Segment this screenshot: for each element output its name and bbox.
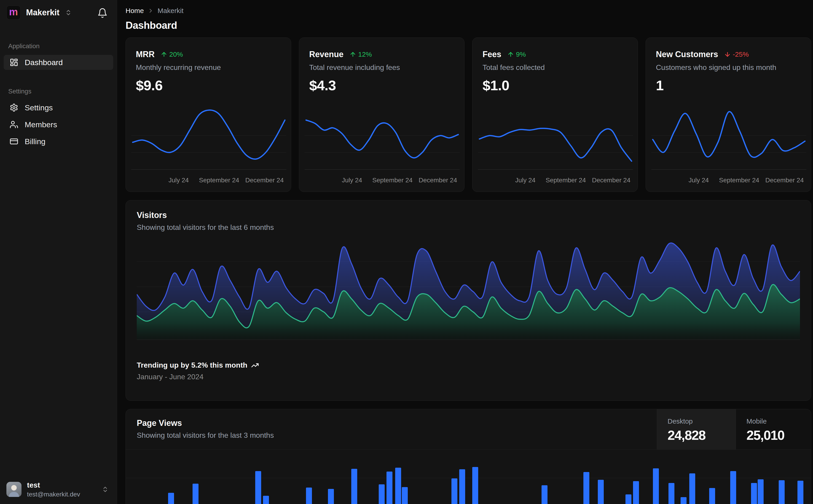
x-axis-labels: July 24 September 24 December 24 — [126, 177, 291, 184]
credit-card-icon — [10, 137, 18, 146]
tab-desktop[interactable]: Desktop 24,828 — [657, 409, 736, 449]
trending-up-icon — [251, 361, 259, 369]
stat-cards-row: MRR 20% Monthly recurring revenue $9.6 J… — [125, 37, 811, 192]
bar — [451, 478, 457, 504]
bar — [395, 468, 401, 504]
nav-section-application: Application — [8, 42, 109, 50]
trend-daterange: January - June 2024 — [137, 373, 800, 381]
team-name: Makerkit — [26, 8, 59, 17]
x-axis-labels: July 24 September 24 December 24 — [646, 177, 811, 184]
arrow-up-icon — [507, 51, 514, 58]
bar — [387, 472, 392, 504]
trend-text: Trending up by 5.2% this month — [137, 361, 248, 369]
bar — [328, 489, 334, 504]
stat-title: MRR — [136, 50, 154, 59]
bar — [797, 481, 803, 504]
tab-mobile[interactable]: Mobile 25,010 — [736, 409, 811, 449]
bars-area — [126, 450, 811, 504]
sidebar: m Makerkit Application Dashboard Setting… — [0, 0, 117, 504]
bar — [472, 467, 478, 504]
bar — [402, 487, 408, 504]
visitors-area-chart — [137, 240, 800, 343]
stat-description: Customers who signed up this month — [656, 63, 801, 72]
sidebar-item-members[interactable]: Members — [4, 117, 113, 132]
bar — [709, 488, 715, 504]
bar — [541, 485, 547, 504]
breadcrumb-home[interactable]: Home — [125, 7, 144, 15]
logo-letter: m — [9, 7, 18, 17]
bar — [758, 479, 764, 504]
user-name: test — [27, 481, 96, 489]
sidebar-item-billing[interactable]: Billing — [4, 134, 113, 149]
tab-label: Mobile — [747, 417, 811, 425]
chevron-right-icon — [147, 8, 154, 14]
arrow-down-icon — [724, 51, 731, 58]
bar — [626, 494, 632, 504]
stat-value: 1 — [656, 77, 801, 93]
visitors-subtitle: Showing total visitors for the last 6 mo… — [137, 223, 800, 232]
user-menu[interactable]: test test@makerkit.dev — [0, 475, 117, 504]
user-email: test@makerkit.dev — [27, 491, 96, 498]
page-views-header: Page Views Showing total visitors for th… — [126, 409, 811, 450]
x-axis-labels: July 24 September 24 December 24 — [299, 177, 464, 184]
stat-title: New Customers — [656, 50, 718, 59]
trend-badge: 20% — [160, 50, 183, 58]
stat-card-mrr: MRR 20% Monthly recurring revenue $9.6 J… — [125, 37, 291, 192]
stat-value: $9.6 — [136, 77, 281, 93]
stat-card-revenue: Revenue 12% Total revenue including fees… — [299, 37, 464, 192]
page-views-title: Page Views — [137, 418, 274, 428]
sidebar-item-label: Settings — [25, 103, 53, 112]
bar — [459, 469, 465, 504]
users-icon — [10, 120, 18, 129]
sparkline-chart — [478, 106, 633, 170]
sparkline-chart — [651, 106, 806, 170]
bar — [255, 471, 261, 504]
sidebar-item-dashboard[interactable]: Dashboard — [4, 55, 113, 70]
bar — [598, 480, 604, 504]
layout-dashboard-icon — [10, 58, 18, 67]
bar — [689, 473, 695, 504]
stat-value: $4.3 — [309, 77, 454, 93]
tab-label: Desktop — [668, 417, 736, 425]
bar — [168, 493, 174, 504]
bar — [192, 484, 198, 504]
makerkit-logo: m — [6, 5, 21, 20]
bar — [351, 469, 357, 504]
bar — [751, 483, 757, 504]
chevrons-up-down-icon — [102, 486, 109, 493]
stat-title: Revenue — [309, 50, 344, 59]
bar — [669, 483, 675, 504]
trend-footer: Trending up by 5.2% this month — [137, 361, 800, 369]
tab-value: 24,828 — [668, 427, 736, 443]
sidebar-nav: Application Dashboard Settings Settings … — [0, 42, 117, 149]
page-views-tabs: Desktop 24,828 Mobile 25,010 — [657, 409, 811, 449]
bar — [583, 472, 589, 504]
trend-badge: 9% — [507, 50, 526, 58]
breadcrumb: Home Makerkit — [125, 7, 811, 15]
bar — [633, 481, 639, 504]
visitors-card: Visitors Showing total visitors for the … — [125, 200, 811, 401]
sidebar-item-label: Members — [25, 120, 57, 129]
bar — [306, 488, 312, 504]
gear-icon — [10, 103, 18, 112]
page-views-card: Page Views Showing total visitors for th… — [125, 409, 811, 504]
stat-value: $1.0 — [482, 77, 628, 93]
bar — [263, 496, 269, 504]
notifications-bell-icon[interactable] — [97, 8, 108, 18]
trend-badge: 12% — [349, 50, 372, 58]
arrow-up-icon — [160, 51, 167, 58]
bars-gridline — [126, 478, 811, 478]
stat-description: Monthly recurring revenue — [136, 63, 281, 72]
stat-description: Total fees collected — [482, 63, 628, 72]
sparkline-chart — [305, 106, 460, 170]
sidebar-item-label: Billing — [25, 137, 45, 146]
bar — [653, 468, 659, 504]
bar — [379, 484, 385, 504]
main-content: Home Makerkit Dashboard MRR 20% Monthly … — [117, 0, 813, 504]
trend-badge: -25% — [724, 50, 749, 58]
team-switcher[interactable]: m Makerkit — [6, 5, 72, 20]
sparkline-chart — [131, 106, 286, 170]
x-axis-labels: July 24 September 24 December 24 — [472, 177, 638, 184]
tab-value: 25,010 — [747, 427, 811, 443]
sidebar-item-settings[interactable]: Settings — [4, 100, 113, 115]
